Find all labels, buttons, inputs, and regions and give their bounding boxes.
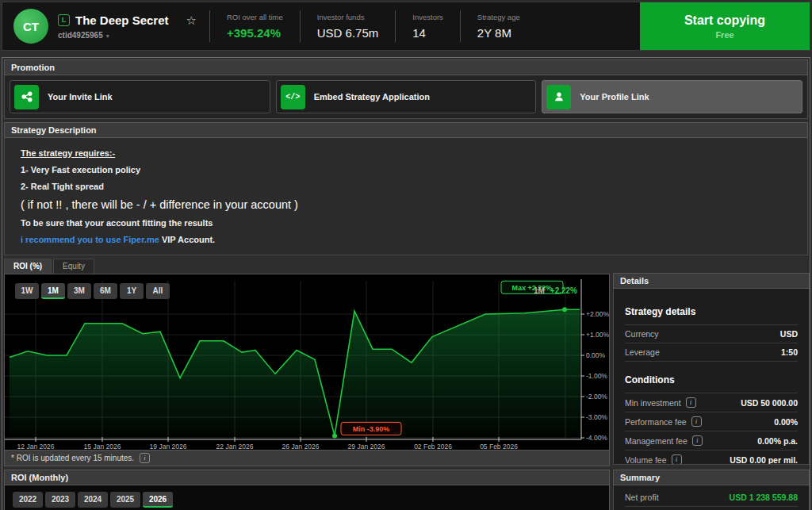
info-icon[interactable] (691, 416, 702, 427)
detail-row-leverage: Leverage 1:50 (625, 343, 798, 362)
stat-roi: ROI over all time +395.24% (209, 10, 300, 42)
info-icon[interactable] (672, 454, 682, 465)
stat-strategy-age: Strategy age 2Y 8M (460, 10, 537, 42)
svg-text:0.00%: 0.00% (586, 351, 606, 359)
stat-investor-funds: Investor funds USD 6.75m (300, 10, 396, 42)
promotion-section-title: Promotion (4, 59, 808, 75)
description-line: To be sure that your account fitting the… (21, 218, 791, 228)
monthly-chart-panel: 2022 2023 2024 2025 2026 (4, 485, 610, 510)
invite-link-card[interactable]: Your Invite Link (10, 80, 270, 113)
range-button[interactable]: 3M (67, 283, 91, 299)
code-icon (281, 85, 305, 109)
description-line: i recommend you to use Fiper.me VIP Acco… (21, 235, 791, 244)
profile-link-label: Your Profile Link (580, 92, 649, 102)
info-icon[interactable] (140, 453, 150, 463)
year-selector: 2022 2023 2024 2025 2026 (5, 485, 609, 508)
detail-row-min-investment: Min investment USD 50 000.00 (625, 393, 798, 412)
svg-text:05 Feb 2026: 05 Feb 2026 (480, 443, 518, 450)
info-icon[interactable] (686, 397, 696, 408)
content-frame: Promotion Your Invite Link Embed Strateg… (2, 57, 810, 510)
fiper-link[interactable]: i recommend you to use Fiper.me (21, 235, 159, 244)
avatar: CT (13, 9, 48, 44)
live-badge-icon: L (58, 14, 70, 26)
chart-tabs: ROI (%) Equity (4, 259, 610, 274)
svg-text:26 Jan 2026: 26 Jan 2026 (282, 443, 320, 450)
year-button[interactable]: 2025 (110, 492, 140, 508)
header-stats: ROI over all time +395.24% Investor fund… (209, 10, 537, 42)
title-block: L The Deep Secret ctid4925965 (58, 13, 169, 40)
year-button[interactable]: 2023 (45, 492, 75, 508)
chevron-down-icon (106, 31, 109, 40)
svg-text:-3.00%: -3.00% (586, 413, 607, 421)
embed-strategy-card[interactable]: Embed Strategy Application (276, 80, 537, 113)
summary-row-pips: Pips -160 095.99 (625, 507, 798, 510)
year-button[interactable]: 2024 (78, 492, 108, 508)
range-button[interactable]: 6M (94, 283, 117, 299)
description-body: The strategy requires:- 1- Very Fast exe… (4, 138, 808, 255)
share-icon (14, 85, 39, 109)
detail-row-management-fee: Management fee 0.00% p.a. (625, 431, 798, 451)
account-id-dropdown[interactable]: ctid4925965 (58, 31, 169, 40)
svg-text:Min -3.90%: Min -3.90% (353, 425, 390, 433)
description-line: 2- Real Tight spread (21, 182, 791, 191)
svg-text:15 Jan 2026: 15 Jan 2026 (84, 443, 121, 450)
conditions-heading: Conditions (625, 362, 798, 393)
roi-line-chart[interactable]: 12 Jan 202615 Jan 202619 Jan 202622 Jan … (5, 274, 609, 450)
side-column: Details Strategy details Currency USD Le… (613, 273, 810, 510)
svg-text:-2.00%: -2.00% (586, 393, 607, 401)
svg-text:22 Jan 2026: 22 Jan 2026 (216, 443, 254, 450)
svg-text:-1.00%: -1.00% (586, 372, 607, 380)
svg-text:29 Jan 2026: 29 Jan 2026 (348, 443, 385, 450)
favorite-star-icon[interactable] (186, 13, 197, 28)
chart-column: ROI (%) Equity 1W 1M 3M 6M 1Y All 1M+2.2… (4, 259, 610, 510)
info-icon[interactable] (692, 435, 703, 446)
strategy-details-heading: Strategy details (625, 289, 798, 325)
svg-text:+1.00%: +1.00% (586, 331, 609, 339)
account-id: ctid4925965 (58, 31, 103, 40)
summary-panel: Net profit USD 1 238 559.88 Pips -160 09… (613, 485, 810, 510)
range-button[interactable]: 1Y (120, 283, 144, 299)
embed-strategy-label: Embed Strategy Application (314, 92, 430, 102)
chart-note: * ROI is updated every 15 minutes. (4, 451, 610, 466)
summary-row-net-profit: Net profit USD 1 238 559.88 (625, 489, 798, 507)
details-section-title: Details (613, 273, 810, 289)
roi-chart-panel: 1W 1M 3M 6M 1Y All 1M+2.22% 12 Jan 20261… (4, 274, 610, 451)
year-button[interactable]: 2022 (13, 492, 43, 508)
summary-section-title: Summary (613, 470, 810, 485)
svg-text:12 Jan 2026: 12 Jan 2026 (17, 443, 55, 450)
year-button[interactable]: 2026 (143, 492, 173, 508)
stat-investors: Investors 14 (395, 10, 460, 42)
page-title: The Deep Secret (75, 13, 169, 27)
svg-text:+2.00%: +2.00% (586, 310, 609, 318)
description-line: 1- Very Fast execution policy (21, 165, 791, 174)
user-icon (546, 85, 571, 109)
invite-link-label: Your Invite Link (48, 92, 113, 102)
details-panel: Strategy details Currency USD Leverage 1… (613, 289, 810, 465)
strategy-header: CT L The Deep Secret ctid4925965 ROI ove… (2, 2, 810, 51)
monthly-section-title: ROI (Monthly) (4, 470, 610, 485)
svg-text:-4.00%: -4.00% (586, 434, 607, 442)
description-line: The strategy requires:- (21, 148, 791, 158)
tab-equity[interactable]: Equity (53, 259, 94, 274)
detail-row-performance-fee: Performance fee 0.00% (625, 412, 798, 431)
svg-text:19 Jan 2026: 19 Jan 2026 (150, 443, 187, 450)
description-line-suffix: VIP Account. (159, 235, 215, 244)
period-return-label: 1M+2.22% (534, 286, 577, 295)
description-section-title: Strategy Description (4, 122, 808, 138)
range-button[interactable]: All (146, 283, 170, 299)
promotion-body: Your Invite Link Embed Strategy Applicat… (4, 75, 808, 119)
start-copying-button[interactable]: Start copying Free (640, 2, 810, 50)
description-line: ( if not !! , there will be - / + differ… (21, 198, 791, 211)
detail-row-volume-fee: Volume fee USD 0.00 per mil. (625, 451, 798, 465)
detail-row-currency: Currency USD (625, 325, 798, 343)
svg-text:02 Feb 2026: 02 Feb 2026 (414, 443, 452, 450)
range-button[interactable]: 1M (41, 283, 65, 299)
range-selector: 1W 1M 3M 6M 1Y All (15, 283, 170, 299)
tab-roi[interactable]: ROI (%) (4, 259, 52, 274)
range-button[interactable]: 1W (15, 283, 39, 299)
profile-link-card[interactable]: Your Profile Link (542, 80, 802, 113)
